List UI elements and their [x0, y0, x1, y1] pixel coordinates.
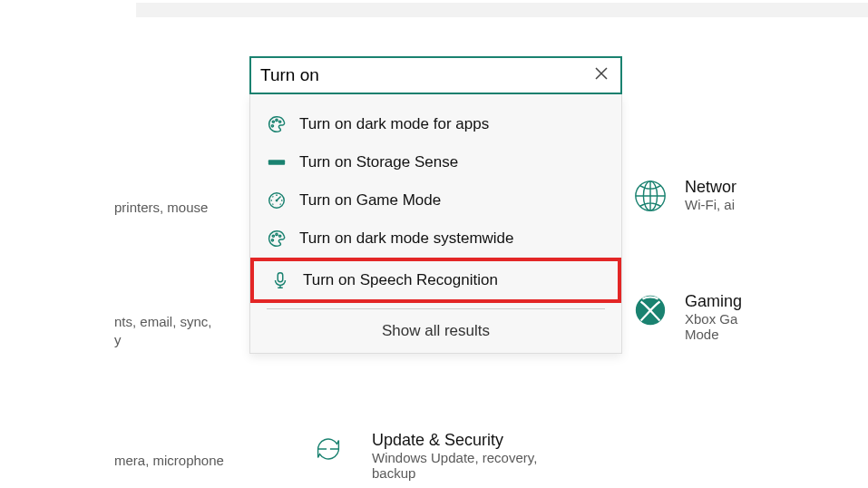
- svg-point-10: [276, 200, 278, 202]
- suggestion-label: Turn on Speech Recognition: [303, 271, 498, 289]
- suggestion-label: Turn on dark mode systemwide: [299, 229, 514, 248]
- palette-icon: [267, 229, 287, 249]
- suggestion-dark-mode-system[interactable]: Turn on dark mode systemwide: [250, 220, 621, 258]
- svg-point-6: [271, 125, 273, 127]
- svg-point-14: [271, 239, 273, 241]
- gaming-subtitle-line1: Xbox Ga: [685, 311, 742, 327]
- devices-subtitle: printers, mouse: [114, 199, 208, 217]
- suggestion-speech-recognition[interactable]: Turn on Speech Recognition: [250, 258, 621, 303]
- update-security-tile[interactable]: Update & Security Windows Update, recove…: [310, 431, 562, 481]
- suggestion-label: Turn on Storage Sense: [299, 153, 458, 171]
- search-input[interactable]: [260, 65, 591, 85]
- svg-point-4: [276, 119, 278, 121]
- suggestion-storage-sense[interactable]: Turn on Storage Sense: [250, 143, 621, 181]
- svg-point-11: [272, 235, 274, 237]
- svg-point-12: [276, 233, 278, 235]
- clear-search-button[interactable]: [591, 63, 611, 87]
- svg-rect-8: [270, 161, 272, 163]
- search-suggestions: Turn on dark mode for apps Turn on Stora…: [249, 94, 622, 354]
- storage-icon: [267, 152, 287, 172]
- accounts-subtitle-line2: y: [114, 331, 122, 349]
- svg-point-13: [279, 235, 281, 237]
- microphone-icon: [270, 270, 290, 290]
- update-subtitle: Windows Update, recovery, backup: [372, 450, 562, 481]
- search-box[interactable]: [249, 56, 622, 94]
- network-tile[interactable]: Networ Wi-Fi, ai: [632, 178, 736, 214]
- show-all-results[interactable]: Show all results: [250, 309, 621, 353]
- sync-icon: [310, 431, 346, 467]
- update-title: Update & Security: [372, 431, 562, 450]
- gaming-title: Gaming: [685, 292, 742, 311]
- gaming-tile[interactable]: Gaming Xbox Ga Mode: [632, 292, 742, 342]
- gaming-subtitle-line2: Mode: [685, 327, 742, 342]
- privacy-subtitle: mera, microphone: [114, 452, 224, 470]
- search-overlay: Turn on dark mode for apps Turn on Stora…: [249, 56, 622, 354]
- suggestion-label: Turn on dark mode for apps: [299, 115, 489, 133]
- xbox-icon: [632, 292, 668, 328]
- svg-point-3: [272, 121, 274, 122]
- network-title: Networ: [685, 178, 736, 197]
- network-subtitle: Wi-Fi, ai: [685, 197, 736, 212]
- accounts-subtitle-line1: nts, email, sync,: [114, 313, 212, 331]
- suggestion-dark-mode-apps[interactable]: Turn on dark mode for apps: [250, 105, 621, 143]
- svg-point-5: [279, 121, 281, 122]
- svg-rect-15: [278, 273, 283, 282]
- globe-icon: [632, 178, 668, 214]
- suggestion-game-mode[interactable]: Turn on Game Mode: [250, 181, 621, 220]
- suggestion-label: Turn on Game Mode: [299, 191, 441, 210]
- gauge-icon: [267, 190, 287, 210]
- palette-icon: [267, 114, 287, 134]
